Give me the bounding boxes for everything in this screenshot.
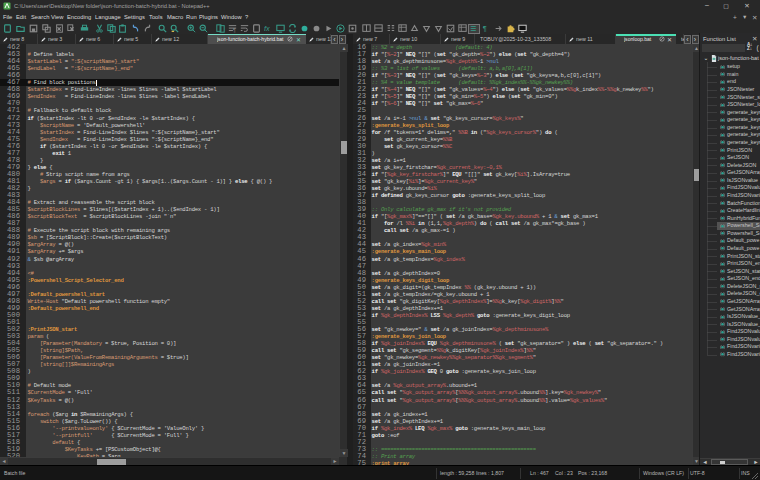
svg-text:fx: fx: [264, 24, 270, 33]
svg-text:¶: ¶: [233, 28, 236, 33]
svg-text:¶: ¶: [483, 24, 487, 33]
